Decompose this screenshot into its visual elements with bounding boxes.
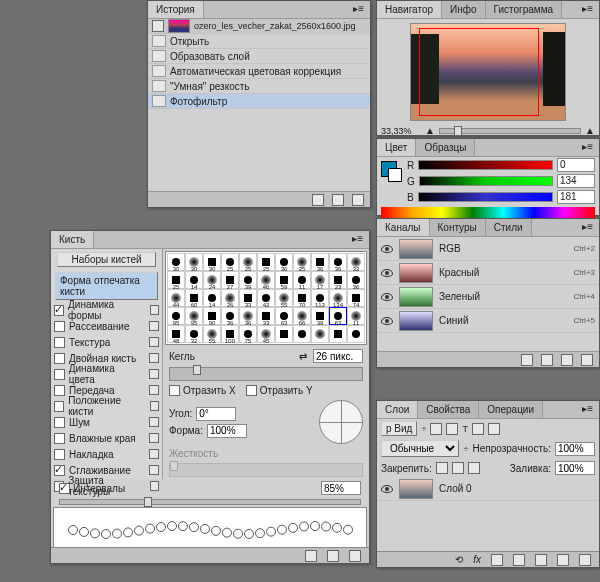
new-state-icon[interactable]: [332, 194, 344, 206]
brush-preset-cell[interactable]: 46: [257, 271, 275, 289]
brush-preset-cell[interactable]: [293, 325, 311, 343]
lock-icon[interactable]: [150, 305, 159, 315]
r-value[interactable]: 0: [557, 158, 595, 172]
lock-icon[interactable]: [149, 369, 159, 379]
brush-preset-cell[interactable]: 36: [275, 253, 293, 271]
brush-preset-cell[interactable]: 30: [203, 253, 221, 271]
brush-preset-cell[interactable]: 36: [347, 271, 365, 289]
filter-type-icon[interactable]: T: [462, 424, 468, 434]
brush-option-row[interactable]: Динамика формы: [51, 302, 162, 318]
option-checkbox[interactable]: [54, 449, 65, 460]
brush-option-row[interactable]: Накладка: [51, 446, 162, 462]
lock-position-icon[interactable]: [452, 462, 464, 474]
filter-pixel-icon[interactable]: [430, 423, 442, 435]
brush-preset-grid[interactable]: 3030302525253625363632251424273946591117…: [165, 251, 367, 345]
option-checkbox[interactable]: [54, 369, 65, 380]
brush-preset-cell[interactable]: 75: [239, 325, 257, 343]
brush-presets-button[interactable]: Наборы кистей: [57, 252, 156, 267]
angle-input[interactable]: [196, 407, 236, 421]
angle-control-icon[interactable]: [319, 400, 363, 444]
g-value[interactable]: 134: [557, 174, 595, 188]
tab-layers[interactable]: Слои: [377, 401, 418, 418]
brush-preset-cell[interactable]: 32: [347, 253, 365, 271]
visibility-eye-icon[interactable]: [381, 315, 393, 327]
size-slider[interactable]: [169, 367, 363, 381]
zoom-slider[interactable]: [439, 128, 581, 134]
b-slider[interactable]: [418, 192, 553, 202]
navigator-view-rect[interactable]: [419, 28, 539, 116]
brush-preset-cell[interactable]: 112: [311, 289, 329, 307]
lock-pixels-icon[interactable]: [436, 462, 448, 474]
layer-fx-icon[interactable]: fx: [473, 554, 481, 565]
brush-preset-cell[interactable]: 30: [185, 253, 203, 271]
panel-menu-icon[interactable]: ▸≡: [576, 219, 599, 236]
history-source-thumb[interactable]: [168, 19, 190, 33]
brush-preset-cell[interactable]: 55: [203, 325, 221, 343]
spacing-input[interactable]: [321, 481, 361, 495]
trash-icon[interactable]: [581, 354, 593, 366]
brush-preset-cell[interactable]: 36: [329, 253, 347, 271]
brush-preset-cell[interactable]: 27: [221, 271, 239, 289]
lock-icon[interactable]: [149, 353, 159, 363]
size-input[interactable]: [313, 349, 363, 363]
tab-styles[interactable]: Стили: [486, 219, 532, 236]
lock-icon[interactable]: [149, 321, 159, 331]
option-checkbox[interactable]: [54, 353, 65, 364]
navigator-preview[interactable]: [410, 23, 566, 121]
b-value[interactable]: 181: [557, 190, 595, 204]
brush-preset-cell[interactable]: 63: [275, 307, 293, 325]
lock-icon[interactable]: [150, 481, 159, 491]
brush-preset-cell[interactable]: 25: [239, 253, 257, 271]
history-step[interactable]: Открыть: [148, 34, 370, 49]
lock-icon[interactable]: [149, 449, 159, 459]
brush-option-row[interactable]: Влажные края: [51, 430, 162, 446]
brush-preset-cell[interactable]: 25: [221, 253, 239, 271]
lock-icon[interactable]: [150, 401, 159, 411]
tab-swatches[interactable]: Образцы: [416, 139, 475, 156]
lock-icon[interactable]: [149, 465, 159, 475]
brush-preset-cell[interactable]: 74: [347, 289, 365, 307]
option-checkbox[interactable]: [54, 401, 64, 412]
adjustment-layer-icon[interactable]: [513, 554, 525, 566]
toggle-preview-icon[interactable]: [305, 550, 317, 562]
roundness-input[interactable]: [207, 424, 247, 438]
visibility-eye-icon[interactable]: [381, 267, 393, 279]
brush-preset-cell[interactable]: 100: [221, 325, 239, 343]
layer-filter-kind[interactable]: р Вид: [381, 421, 417, 436]
brush-preset-cell[interactable]: 11: [293, 271, 311, 289]
brush-tip-shape-button[interactable]: Форма отпечатка кисти: [55, 272, 158, 300]
option-checkbox[interactable]: [54, 433, 65, 444]
load-selection-icon[interactable]: [521, 354, 533, 366]
brush-preset-cell[interactable]: 11: [347, 307, 365, 325]
spacing-slider[interactable]: [59, 499, 361, 505]
brush-preset-cell[interactable]: 32: [185, 325, 203, 343]
history-step[interactable]: Автоматическая цветовая коррекция: [148, 64, 370, 79]
tab-navigator[interactable]: Навигатор: [377, 1, 442, 18]
brush-option-row[interactable]: Положение кисти: [51, 398, 162, 414]
filter-smart-icon[interactable]: [488, 423, 500, 435]
brush-preset-cell[interactable]: 30: [167, 253, 185, 271]
brush-preset-cell[interactable]: [275, 325, 293, 343]
option-checkbox[interactable]: [54, 337, 65, 348]
brush-preset-cell[interactable]: [311, 325, 329, 343]
lock-icon[interactable]: [149, 385, 159, 395]
history-step[interactable]: "Умная" резкость: [148, 79, 370, 94]
brush-preset-cell[interactable]: 55: [275, 289, 293, 307]
tab-history[interactable]: История: [148, 1, 204, 18]
option-checkbox[interactable]: [54, 305, 64, 316]
zoom-out-icon[interactable]: ▲: [425, 125, 435, 136]
tab-color[interactable]: Цвет: [377, 139, 416, 156]
new-brush-icon[interactable]: [327, 550, 339, 562]
panel-menu-icon[interactable]: ▸≡: [576, 1, 599, 18]
background-color-swatch[interactable]: [388, 168, 402, 182]
brush-preset-cell[interactable]: 17: [311, 271, 329, 289]
brush-preset-cell[interactable]: 39: [239, 271, 257, 289]
tab-channels[interactable]: Каналы: [377, 219, 430, 236]
brush-preset-cell[interactable]: 66: [293, 307, 311, 325]
brush-option-row[interactable]: Динамика цвета: [51, 366, 162, 382]
brush-preset-cell[interactable]: 45: [257, 325, 275, 343]
brush-preset-cell[interactable]: 36: [221, 307, 239, 325]
brush-preset-cell[interactable]: 36: [239, 307, 257, 325]
option-checkbox[interactable]: [54, 321, 65, 332]
tab-info[interactable]: Инфо: [442, 1, 486, 18]
